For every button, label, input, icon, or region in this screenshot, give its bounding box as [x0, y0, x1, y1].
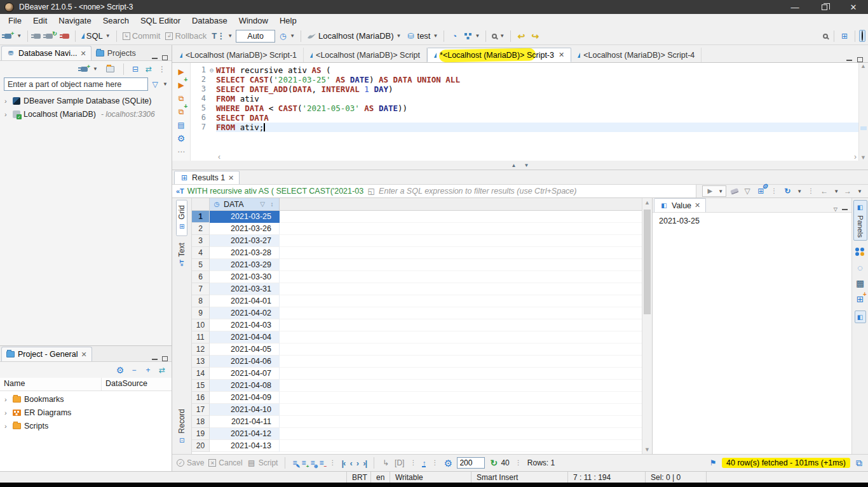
table-row[interactable]: 112021-04-04 [192, 331, 642, 344]
menu-window[interactable]: Window [233, 15, 274, 27]
previous-row-button[interactable]: ‹ [349, 458, 351, 468]
row-number[interactable]: 19 [192, 428, 210, 440]
editor-tab-4[interactable]: <Localhost (MariaDB)> Script-4 [571, 48, 702, 62]
presentation-tab-record[interactable]: Record [176, 404, 187, 450]
next-row-button[interactable]: › [356, 458, 358, 468]
chevron-down-icon[interactable]: ▼ [499, 33, 505, 39]
data-cell[interactable]: 2021-04-05 [210, 344, 280, 356]
row-number[interactable]: 15 [192, 380, 210, 392]
close-icon[interactable]: ✕ [559, 51, 564, 59]
fold-icon[interactable]: ⊖ [207, 65, 216, 75]
table-row[interactable]: 32021-03-27 [192, 235, 642, 247]
table-row[interactable]: 202021-04-13 [192, 440, 642, 452]
data-cell[interactable]: 2021-04-10 [210, 404, 280, 416]
column-sort-icon[interactable] [268, 200, 276, 209]
column-header-name[interactable]: Name [0, 378, 102, 390]
row-number[interactable]: 12 [192, 344, 210, 356]
tree-item[interactable]: ›DBeaver Sample Database (SQLite) [0, 94, 172, 107]
expand-icon[interactable] [144, 366, 153, 375]
references-panel-icon[interactable] [855, 248, 865, 256]
chevron-down-icon[interactable]: ▼ [93, 66, 98, 72]
transaction-history-button[interactable]: ▼ [276, 29, 297, 43]
goto-row-icon[interactable] [381, 458, 390, 467]
panels-toggle-button[interactable]: Panels [853, 200, 867, 241]
open-perspective-button[interactable] [838, 29, 851, 43]
collapse-all-icon[interactable] [131, 65, 140, 74]
maximize-view-icon[interactable] [162, 356, 168, 361]
row-number[interactable]: 17 [192, 404, 210, 416]
table-row[interactable]: 172021-04-10 [192, 404, 642, 416]
minimize-view-icon[interactable] [152, 57, 158, 59]
editor-tab-2[interactable]: <Localhost (MariaDB)> Script [304, 48, 427, 62]
back-button[interactable] [515, 29, 527, 43]
chevron-right-icon[interactable]: › [4, 422, 10, 430]
code-line-1[interactable]: 1⊖WITH recursive ativ AS ( [191, 65, 858, 75]
row-number[interactable]: 2 [192, 223, 210, 235]
presentation-tab-grid[interactable]: Grid [176, 200, 187, 236]
close-icon[interactable]: ✕ [695, 201, 700, 210]
close-icon[interactable]: ✕ [228, 174, 234, 182]
collapse-icon[interactable] [130, 366, 139, 375]
transaction-log-button[interactable]: T⋮▼ [210, 29, 234, 43]
data-cell[interactable]: 2021-03-25 [210, 211, 280, 223]
next-result-icon[interactable] [843, 187, 852, 196]
first-row-button[interactable]: |‹ [341, 458, 345, 468]
grid-options-icon[interactable]: ⚙ [756, 187, 765, 196]
data-cell[interactable]: 2021-03-27 [210, 235, 280, 247]
new-connection-small-button[interactable]: +▼ [79, 62, 100, 76]
menu-edit[interactable]: Edit [27, 15, 53, 27]
last-row-button[interactable]: ›| [363, 458, 367, 468]
overflow-icon[interactable] [177, 147, 186, 156]
grid-vertical-scrollbar[interactable]: ▲ ▼ [642, 198, 652, 454]
quick-access-search-button[interactable] [821, 29, 830, 43]
tab-database-navigator[interactable]: Database Navi... ✕ [1, 46, 92, 60]
minimize-button[interactable]: — [780, 0, 810, 14]
menu-file[interactable]: File [3, 15, 27, 27]
refresh-icon[interactable] [783, 187, 792, 196]
row-number[interactable]: 9 [192, 307, 210, 319]
chevron-down-icon[interactable]: ▼ [105, 33, 111, 39]
close-icon[interactable]: ✕ [81, 350, 86, 359]
table-row[interactable]: 82021-04-01 [192, 295, 642, 307]
data-cell[interactable]: 2021-04-04 [210, 331, 280, 344]
code-line-6[interactable]: 6SELECT DATA [191, 113, 858, 123]
table-row[interactable]: 182021-04-11 [192, 416, 642, 428]
data-cell[interactable]: 2021-04-11 [210, 416, 280, 428]
code-line-4[interactable]: 4FROM ativ [191, 94, 858, 103]
scroll-up-icon[interactable]: ▲ [644, 199, 650, 206]
table-row[interactable]: 102021-04-03 [192, 319, 642, 331]
code-line-7[interactable]: 7FROM ativ; [191, 123, 858, 132]
tab-results-1[interactable]: Results 1 ✕ [174, 171, 240, 184]
new-folder-button[interactable] [104, 62, 116, 76]
menu-sql-editor[interactable]: SQL Editor [135, 15, 186, 27]
menu-database[interactable]: Database [186, 15, 233, 27]
metadata-panel-icon[interactable]: + [856, 295, 865, 304]
tree-item[interactable]: ›Scripts [0, 419, 172, 432]
row-number[interactable]: 6 [192, 271, 210, 283]
table-row[interactable]: 162021-04-09 [192, 392, 642, 404]
connect-button[interactable] [32, 29, 43, 43]
object-filter-input[interactable] [4, 77, 148, 91]
data-cell[interactable]: 2021-04-07 [210, 368, 280, 380]
previous-result-icon[interactable] [820, 187, 829, 196]
table-row[interactable]: 72021-03-31 [192, 283, 642, 295]
table-row[interactable]: 152021-04-08 [192, 380, 642, 392]
minimize-view-icon[interactable] [846, 59, 852, 61]
fetch-size-input[interactable] [457, 457, 485, 469]
eraser-icon[interactable] [730, 188, 739, 195]
duplicate-row-button[interactable]: ≡⊕ [310, 458, 315, 467]
data-cell[interactable]: 2021-04-01 [210, 295, 280, 307]
row-number[interactable]: 10 [192, 319, 210, 331]
commit-mode-combo[interactable]: Auto [236, 30, 275, 43]
panel-menu-icon[interactable]: ▽ [834, 206, 837, 212]
chevron-down-icon[interactable]: ▼ [17, 33, 22, 39]
table-row[interactable]: 192021-04-12 [192, 428, 642, 440]
row-number-header[interactable] [192, 198, 210, 210]
chevron-down-icon[interactable]: ▼ [797, 189, 802, 194]
scroll-down-icon[interactable]: ▼ [644, 446, 650, 453]
network-button[interactable]: ▼ [462, 29, 482, 43]
data-cell[interactable]: 2021-04-13 [210, 440, 280, 452]
delete-row-button[interactable]: ≡− [319, 458, 323, 467]
view-menu-icon[interactable] [158, 65, 166, 74]
data-cell[interactable]: 2021-04-02 [210, 307, 280, 319]
